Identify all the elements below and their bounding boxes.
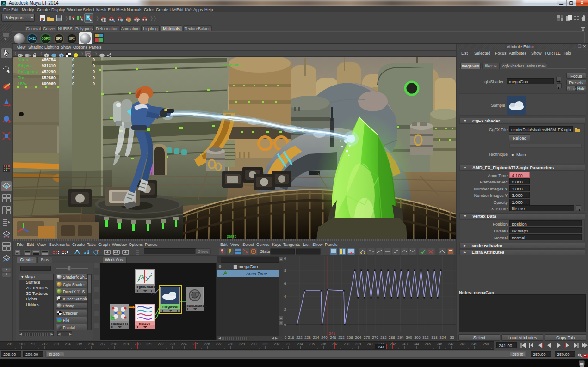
svg-text:931310: 931310	[42, 63, 56, 68]
svg-text:222: 222	[296, 336, 303, 340]
svg-text:0: 0	[93, 75, 95, 80]
svg-text:0: 0	[72, 69, 74, 74]
svg-text:6: 6	[284, 281, 286, 286]
svg-text:0: 0	[72, 63, 74, 68]
svg-text:place2dTe...: place2dTe...	[111, 322, 131, 326]
svg-text:300: 300	[406, 336, 412, 340]
svg-text:Tris:: Tris:	[18, 75, 27, 80]
svg-text:270: 270	[364, 336, 370, 340]
svg-text:452290: 452290	[42, 69, 56, 74]
svg-text:318: 318	[431, 336, 438, 340]
svg-text:241: 241	[329, 331, 335, 336]
svg-text:852860: 852860	[42, 75, 56, 80]
svg-text:246: 246	[330, 336, 336, 340]
svg-text:312: 312	[422, 336, 429, 340]
svg-text:234: 234	[313, 336, 319, 340]
svg-text:persp: persp	[227, 234, 237, 239]
svg-text:0: 0	[93, 57, 95, 62]
svg-text:0: 0	[93, 69, 95, 74]
svg-text:258: 258	[347, 336, 353, 340]
svg-text:4: 4	[284, 294, 286, 299]
svg-text:288: 288	[389, 336, 395, 340]
svg-text:gunBlast1...: gunBlast1...	[186, 304, 207, 308]
svg-text:0: 0	[72, 57, 74, 62]
svg-text:UVs:: UVs:	[18, 81, 28, 86]
svg-text:216: 216	[288, 336, 294, 340]
svg-text:276: 276	[372, 336, 378, 340]
svg-text:0: 0	[93, 63, 95, 68]
svg-text:megaGun: megaGun	[162, 305, 179, 309]
svg-text:282: 282	[380, 336, 387, 340]
svg-text:0: 0	[284, 257, 286, 261]
svg-text:609969: 609969	[42, 81, 56, 86]
svg-text:8: 8	[284, 269, 286, 273]
svg-text:cgfxShade...: cgfxShade...	[136, 285, 158, 289]
svg-text:Edges:: Edges:	[18, 63, 32, 68]
svg-text:0: 0	[72, 75, 74, 80]
svg-text:294: 294	[397, 336, 404, 340]
svg-text:file139: file139	[139, 322, 150, 326]
svg-text:2: 2	[284, 307, 286, 312]
svg-text:0: 0	[72, 81, 74, 86]
svg-text:324: 324	[439, 336, 446, 340]
svg-text:252: 252	[338, 336, 345, 340]
svg-text:0: 0	[93, 81, 95, 86]
svg-text:?: ?	[229, 250, 231, 254]
svg-text:ViewpointLt: ViewpointLt	[222, 63, 241, 67]
svg-text:Polygons:: Polygons:	[18, 69, 38, 74]
svg-text:486754: 486754	[42, 57, 56, 62]
svg-text:228: 228	[304, 336, 311, 340]
svg-text:306: 306	[414, 336, 421, 340]
svg-text:0: 0	[284, 323, 286, 327]
svg-text:240: 240	[321, 336, 328, 340]
svg-text:Stats: Stats	[260, 249, 270, 254]
svg-text:Verts:: Verts:	[18, 57, 30, 62]
svg-text:0: 0	[285, 336, 287, 340]
svg-text:33: 33	[450, 336, 454, 340]
svg-text:264: 264	[355, 336, 361, 340]
